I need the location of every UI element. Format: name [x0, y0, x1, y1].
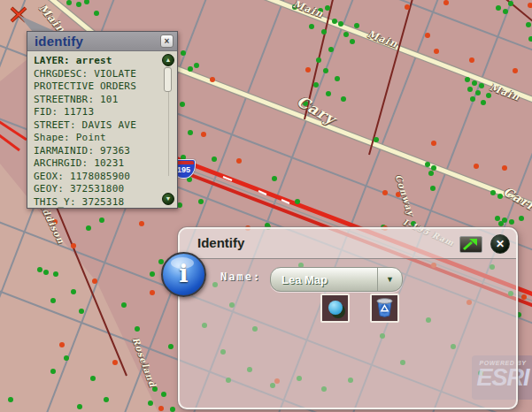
arrest-point: [79, 309, 84, 314]
close-icon[interactable]: ×: [160, 34, 173, 48]
arrest-point: [168, 344, 173, 349]
arrest-point: [508, 1, 513, 6]
arrest-point: [497, 194, 503, 199]
arrest-point: [64, 355, 69, 361]
incident-point: [425, 33, 430, 38]
arrest-point: [121, 302, 127, 308]
arrest-point: [94, 11, 99, 16]
incident-point: [305, 67, 311, 72]
arrest-point: [212, 156, 217, 162]
arrest-point: [99, 217, 104, 223]
identify-point-tool-button[interactable]: [320, 294, 350, 323]
identify-dialog-title: Identify: [197, 235, 244, 250]
arrest-point: [323, 68, 328, 73]
identify-popup: identify × LAYER: arrestCHRGDESC: VIOLAT…: [27, 31, 178, 209]
attribute-line: GEOY: 372531800: [34, 183, 156, 196]
arrest-point: [188, 66, 193, 72]
arrest-point: [194, 63, 199, 68]
incident-point: [210, 77, 215, 82]
incident-point: [521, 294, 527, 300]
scrollbar-thumb[interactable]: [164, 67, 172, 92]
arrest-point: [479, 83, 484, 88]
layer-select-value: Lea Map: [271, 273, 377, 286]
arrest-point: [295, 199, 300, 204]
arrest-point: [498, 221, 504, 226]
attribute-line: CHRGDESC: VIOLATE: [34, 68, 156, 81]
close-icon[interactable]: ✕: [490, 234, 510, 254]
arrest-point: [486, 93, 491, 98]
arrest-point: [86, 225, 91, 231]
info-icon: i: [161, 252, 206, 297]
arrest-point: [332, 19, 337, 24]
incident-point: [201, 132, 206, 137]
incident-point: [513, 68, 518, 73]
layer-select-dropdown[interactable]: Lea Map ▼: [270, 267, 403, 292]
incident-point: [431, 141, 436, 146]
arrest-point: [350, 39, 355, 44]
arrest-point: [43, 270, 49, 275]
identify-dialog: Identify ✕ i Name: Lea Map ▼: [178, 227, 518, 409]
incident-point: [158, 406, 164, 411]
arrest-point: [321, 29, 327, 34]
identify-dialog-header[interactable]: Identify ✕: [180, 229, 516, 259]
arrest-point: [37, 267, 42, 272]
arrest-point: [313, 82, 319, 88]
arrest-point: [152, 386, 158, 392]
arrest-point: [431, 165, 436, 171]
arrest-point: [495, 216, 500, 221]
arrest-point: [338, 21, 343, 27]
arrest-point: [519, 216, 524, 221]
arrest-point: [50, 298, 56, 303]
arrest-point: [181, 50, 186, 56]
arrest-point: [161, 392, 166, 397]
scroll-up-icon[interactable]: ▲: [162, 54, 174, 66]
arrest-point: [66, 0, 72, 5]
incident-point: [92, 278, 97, 284]
attribute-line: STREETNBR: 101: [34, 94, 156, 107]
incident-point: [59, 342, 65, 347]
arrest-point: [325, 5, 330, 11]
arrest-point: [343, 32, 349, 37]
arrest-point: [503, 9, 508, 14]
arrest-point: [148, 401, 153, 406]
scroll-down-icon[interactable]: ▼: [162, 193, 174, 205]
arrest-point: [411, 221, 416, 226]
arrest-point: [326, 91, 331, 96]
arrest-point: [472, 80, 477, 86]
identify-attributes-list: LAYER: arrestCHRGDESC: VIOLATEPROTECTIVE…: [27, 51, 177, 208]
trash-icon: [374, 296, 396, 318]
attribute-line: LAYER: arrest: [34, 55, 156, 68]
arrest-point: [198, 199, 204, 204]
arrest-point: [465, 77, 470, 82]
chevron-down-icon[interactable]: ▼: [377, 268, 402, 291]
incident-point: [405, 4, 410, 10]
popout-button[interactable]: [459, 236, 482, 253]
name-label: Name:: [220, 271, 261, 283]
arrest-point: [8, 397, 13, 402]
incident-point: [469, 57, 474, 63]
arrest-point: [170, 407, 175, 412]
attribute-line: GEOX: 1178085900: [34, 171, 156, 184]
arrest-point: [90, 376, 96, 381]
identify-popup-titlebar[interactable]: identify ×: [27, 32, 177, 51]
attribute-line: ARCHRGID: 10231: [34, 157, 156, 171]
arrest-point: [180, 102, 185, 107]
clear-results-button[interactable]: [370, 294, 399, 323]
arrest-point: [470, 96, 475, 102]
arrest-point: [150, 271, 155, 277]
attribute-line: IARMAINID: 97363: [34, 145, 156, 158]
incident-point: [71, 243, 76, 248]
incident-point: [396, 192, 401, 197]
arrest-point: [292, 4, 297, 10]
arrest-point: [76, 2, 81, 7]
arrest-point: [104, 397, 109, 402]
arrest-point: [53, 271, 58, 277]
arrest-point: [425, 162, 430, 167]
incident-point: [382, 190, 388, 195]
arrest-point: [318, 8, 323, 13]
arrest-point: [526, 22, 531, 27]
arrest-point: [467, 87, 473, 92]
map-viewer: MainMainMainMainCaryCarrConwayAddisonRos…: [0, 0, 532, 412]
arrest-point: [188, 130, 193, 135]
incident-point: [139, 221, 144, 226]
